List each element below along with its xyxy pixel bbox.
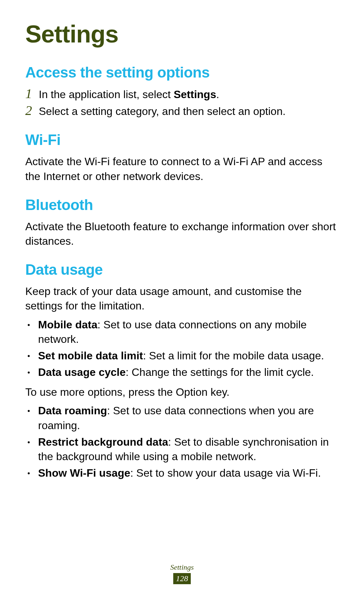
bullet-bold: Set mobile data limit: [38, 350, 143, 362]
step-bold: Settings: [174, 88, 216, 100]
section-heading-access: Access the setting options: [25, 64, 339, 81]
list-item: Set mobile data limit: Set a limit for t…: [25, 349, 339, 363]
bluetooth-body: Activate the Bluetooth feature to exchan…: [25, 219, 339, 248]
list-item: Data usage cycle: Change the settings fo…: [25, 365, 339, 380]
step-text: In the application list, select Settings…: [39, 87, 339, 102]
page-number: 128: [173, 573, 191, 584]
list-item: Show Wi-Fi usage: Set to show your data …: [25, 466, 339, 480]
bullet-bold: Mobile data: [38, 319, 97, 331]
data-usage-bullets-2: Data roaming: Set to use data connection…: [25, 404, 339, 480]
bullet-rest: : Set to show your data usage via Wi-Fi.: [130, 467, 321, 479]
section-heading-wifi: Wi-Fi: [25, 131, 339, 148]
page-title: Settings: [25, 20, 339, 48]
wifi-body: Activate the Wi-Fi feature to connect to…: [25, 154, 339, 183]
data-usage-bullets-1: Mobile data: Set to use data connections…: [25, 318, 339, 380]
step-number: 2: [25, 104, 39, 117]
bullet-bold: Data usage cycle: [38, 366, 126, 378]
bullet-bold: Show Wi-Fi usage: [38, 467, 130, 479]
section-heading-bluetooth: Bluetooth: [25, 197, 339, 213]
step-number: 1: [25, 87, 39, 100]
data-usage-intro: Keep track of your data usage amount, an…: [25, 284, 339, 313]
section-heading-data-usage: Data usage: [25, 261, 339, 278]
list-item: Data roaming: Set to use data connection…: [25, 404, 339, 432]
bullet-rest: : Set a limit for the mobile data usage.: [143, 350, 324, 362]
footer: Settings 128: [0, 563, 364, 584]
step-suffix: .: [216, 88, 219, 100]
step-1: 1 In the application list, select Settin…: [25, 87, 339, 102]
bullet-rest: : Change the settings for the limit cycl…: [126, 366, 314, 378]
data-usage-continue: To use more options, press the Option ke…: [25, 385, 339, 399]
bullet-bold: Restrict background data: [38, 436, 168, 448]
bullet-bold: Data roaming: [38, 405, 107, 417]
list-item: Restrict background data: Set to disable…: [25, 435, 339, 464]
step-2: 2 Select a setting category, and then se…: [25, 104, 339, 119]
step-text: Select a setting category, and then sele…: [39, 104, 339, 119]
step-prefix: In the application list, select: [39, 88, 174, 100]
footer-label: Settings: [0, 563, 364, 572]
access-steps: 1 In the application list, select Settin…: [25, 87, 339, 119]
list-item: Mobile data: Set to use data connections…: [25, 318, 339, 347]
